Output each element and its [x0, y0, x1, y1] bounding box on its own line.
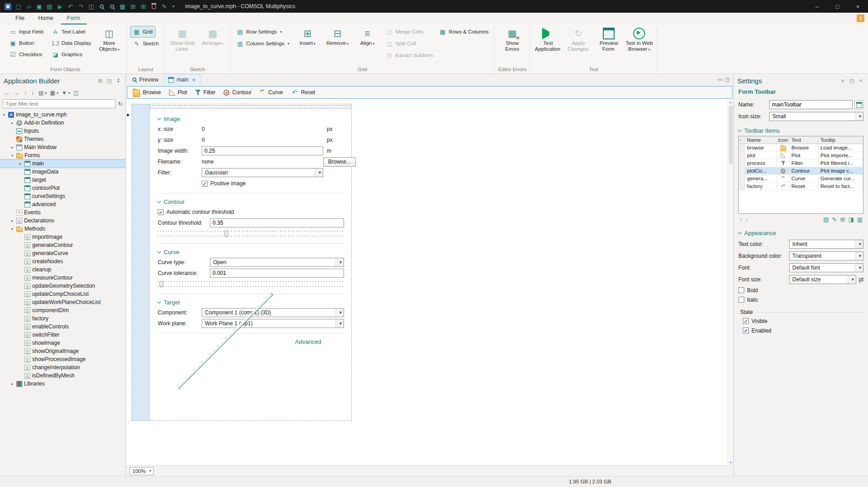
- tree-item[interactable]: target: [0, 176, 126, 184]
- tree-item[interactable]: isDefinedByMesh: [0, 371, 126, 380]
- toolbar-item-row[interactable]: genera... Curve Generate cur...: [739, 175, 863, 183]
- tree-filter-input[interactable]: [3, 99, 116, 108]
- move-down-icon[interactable]: ↓: [30, 88, 37, 97]
- ribbon-button[interactable]: ⊟ Remove▾: [323, 26, 352, 48]
- ribbon-button[interactable]: ☑ Checkbox: [7, 49, 46, 60]
- toolbar-item-row[interactable]: factory Reset Reset to fact...: [739, 183, 863, 190]
- move-up-icon[interactable]: ↑: [23, 88, 29, 97]
- curve-tolerance-slider[interactable]: [158, 279, 343, 289]
- close-tab-icon[interactable]: ×: [192, 77, 196, 83]
- scrollbar-thumb[interactable]: [729, 106, 733, 164]
- tab-preview[interactable]: Preview: [128, 74, 163, 85]
- ribbon-button[interactable]: ▤ Row Settings ▾: [234, 26, 284, 37]
- slider-handle[interactable]: [224, 231, 228, 237]
- float-editor-icon[interactable]: ◳: [725, 77, 730, 82]
- enabled-checkbox[interactable]: [743, 328, 749, 333]
- curve-tolerance-input[interactable]: [210, 269, 344, 278]
- tree-item[interactable]: measureContour: [0, 274, 126, 282]
- tree-item[interactable]: cleanup: [0, 265, 126, 274]
- add-item-icon[interactable]: ⊞: [840, 216, 845, 223]
- form-toolbar-button[interactable]: Contour: [220, 88, 255, 96]
- tree-item[interactable]: showOriginalImage: [0, 347, 126, 355]
- settings-menu-icon[interactable]: ≡: [839, 77, 846, 84]
- vertical-scrollbar[interactable]: ▴ ▾: [727, 99, 733, 465]
- font-size-select[interactable]: Default size: [789, 275, 856, 284]
- tree-item[interactable]: factory: [0, 314, 126, 323]
- tree-item[interactable]: generateContour: [0, 241, 126, 249]
- toolbar-item-row[interactable]: plot Plot Plot importe...: [739, 152, 863, 159]
- tree-item[interactable]: Inputs: [0, 127, 126, 135]
- form-toolbar-button[interactable]: Filter: [192, 88, 219, 96]
- minimize-button[interactable]: –: [807, 0, 827, 13]
- tree-item[interactable]: showProcessedImage: [0, 355, 126, 363]
- show-options-icon[interactable]: ▤▾: [37, 88, 48, 97]
- tree-item[interactable]: ▸ main: [0, 159, 126, 168]
- ribbon-button[interactable]: ▦ Rows & Columns: [436, 26, 491, 37]
- form-toolbar-button[interactable]: Browse: [129, 87, 165, 98]
- maximize-button[interactable]: □: [827, 0, 848, 13]
- refresh-icon[interactable]: ↻: [118, 101, 123, 107]
- scroll-down-icon[interactable]: ▾: [730, 460, 732, 464]
- form-toolbar-button[interactable]: Curve: [256, 88, 286, 96]
- tree-item[interactable]: updateGeometrySelection: [0, 282, 126, 290]
- font-select[interactable]: Default font: [789, 263, 863, 272]
- expander-icon[interactable]: ▾: [10, 227, 15, 231]
- tree-item[interactable]: Themes: [0, 135, 126, 143]
- section-curve[interactable]: Curve: [158, 247, 344, 257]
- edit-item-icon[interactable]: ✎: [832, 216, 837, 223]
- tree-item[interactable]: imageData: [0, 168, 126, 176]
- ribbon-button[interactable]: 1.2 Data Display: [49, 38, 93, 48]
- properties-icon[interactable]: ▤: [823, 216, 829, 223]
- ribbon-tab[interactable]: Form: [61, 13, 87, 24]
- forward-icon[interactable]: →: [13, 88, 22, 97]
- zoom-select[interactable]: 100% ▾: [130, 467, 154, 475]
- ribbon-button[interactable]: ✎ Sketch: [131, 38, 161, 49]
- expander-icon[interactable]: ▸: [18, 162, 23, 166]
- name-input[interactable]: [769, 100, 853, 109]
- ribbon-button[interactable]: ◫ Split Cell: [383, 38, 418, 49]
- toolbar-item-row[interactable]: process Filter Plot filtered i...: [739, 159, 863, 167]
- toolbar-item-row[interactable]: plotCo... Contour Plot image c...: [739, 167, 863, 175]
- tree-item[interactable]: updateCompChoiceList: [0, 290, 126, 298]
- tree-item[interactable]: importImage: [0, 233, 126, 241]
- add-toggle-item-icon[interactable]: ◨: [848, 216, 853, 223]
- section-image[interactable]: Image: [158, 114, 344, 124]
- tree-item[interactable]: changeInterpolation: [0, 363, 126, 371]
- image-width-input[interactable]: [202, 146, 323, 155]
- expander-icon[interactable]: ▸: [10, 382, 15, 386]
- tree-item[interactable]: ▸ Add-in Definition: [0, 119, 126, 127]
- ribbon-button[interactable]: A Text Label: [49, 26, 93, 37]
- grid-row-selector[interactable]: [131, 104, 150, 421]
- visible-checkbox[interactable]: [743, 318, 749, 324]
- move-item-down-icon[interactable]: ↓: [746, 216, 749, 223]
- tree-item[interactable]: ▸ Declarations: [0, 217, 126, 225]
- section-advanced[interactable]: Advanced: [158, 337, 344, 347]
- form-toolbar-button[interactable]: Reset: [287, 88, 319, 97]
- collapse-levels-icon[interactable]: ▦▾: [48, 88, 59, 97]
- tree-item[interactable]: enableControls: [0, 323, 126, 331]
- section-target[interactable]: Target: [158, 297, 344, 307]
- form-canvas[interactable]: ▶ Image x: size0px y: size0px Image widt…: [126, 99, 733, 465]
- icon-size-select[interactable]: Small: [769, 112, 863, 121]
- tree-item[interactable]: ▾ Forms: [0, 151, 126, 159]
- go-to-form-button[interactable]: [854, 100, 863, 109]
- form-header-handle[interactable]: [150, 105, 351, 109]
- ribbon-button[interactable]: ▦ Grid: [131, 26, 155, 37]
- slider-handle[interactable]: [160, 281, 163, 287]
- tree-item[interactable]: Events: [0, 208, 126, 217]
- ribbon-button[interactable]: ▣ Button: [7, 38, 46, 48]
- ribbon-button[interactable]: Preview Form: [594, 26, 623, 53]
- expander-icon[interactable]: ▸: [10, 121, 15, 125]
- close-button[interactable]: ×: [848, 0, 868, 13]
- auto-threshold-checkbox[interactable]: [158, 209, 164, 215]
- ribbon-button[interactable]: ▭ Input Field: [7, 26, 46, 37]
- expander-icon[interactable]: ▸: [10, 145, 15, 149]
- expander-icon[interactable]: ▾: [10, 154, 15, 158]
- contour-threshold-input[interactable]: [210, 218, 344, 227]
- tree-item[interactable]: updateWorkPlaneChoiceList: [0, 298, 126, 306]
- ribbon-button[interactable]: ▥ Column Settings ▾: [234, 38, 291, 49]
- tree-item[interactable]: createNodes: [0, 257, 126, 265]
- back-icon[interactable]: ←: [3, 88, 12, 97]
- float-settings-icon[interactable]: ◳: [848, 77, 855, 84]
- filter-select[interactable]: Gaussian: [202, 168, 323, 177]
